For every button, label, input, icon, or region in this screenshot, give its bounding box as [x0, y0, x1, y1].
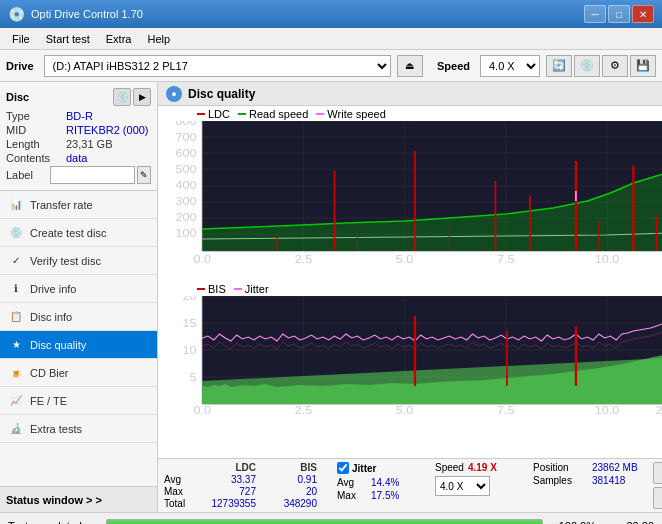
- avg-label: Avg: [164, 474, 199, 485]
- drive-info-icon: ℹ: [8, 281, 24, 297]
- legend-read-speed: Read speed: [238, 108, 308, 120]
- svg-text:10.0: 10.0: [595, 404, 620, 416]
- mid-label: MID: [6, 124, 66, 136]
- svg-text:0.0: 0.0: [193, 253, 211, 266]
- nav-verify-test-disc[interactable]: ✓ Verify test disc: [0, 247, 157, 275]
- legend-ldc: LDC: [197, 108, 230, 120]
- disc-icon-1[interactable]: 💿: [113, 88, 131, 106]
- avg-ldc: 33.37: [200, 474, 260, 485]
- speed-reading: 33.20: [604, 520, 654, 525]
- speed-select[interactable]: 4.0 X 2.0 X 8.0 X: [480, 55, 540, 77]
- nav-disc-info[interactable]: 📋 Disc info: [0, 303, 157, 331]
- legend-ldc-label: LDC: [208, 108, 230, 120]
- close-button[interactable]: ✕: [632, 5, 654, 23]
- nav-create-test-disc-label: Create test disc: [30, 227, 106, 239]
- eject-button[interactable]: ⏏: [397, 55, 423, 77]
- progress-bar: [106, 519, 543, 525]
- jitter-avg-label: Avg: [337, 477, 367, 488]
- speed-label: Speed: [437, 60, 470, 72]
- status-window-btn[interactable]: Status window > >: [0, 486, 157, 512]
- maximize-button[interactable]: □: [608, 5, 630, 23]
- titlebar: 💿 Opti Drive Control 1.70 ─ □ ✕: [0, 0, 662, 28]
- charts-area: LDC Read speed Write speed: [158, 106, 662, 458]
- disc-mid-row: MID RITEKBR2 (000): [6, 124, 151, 136]
- status-window-label: Status window > >: [6, 494, 102, 506]
- minimize-button[interactable]: ─: [584, 5, 606, 23]
- samples-value: 381418: [592, 475, 625, 486]
- nav-drive-info[interactable]: ℹ Drive info: [0, 275, 157, 303]
- svg-text:800: 800: [175, 121, 197, 128]
- max-label: Max: [164, 486, 199, 497]
- dq-title: Disc quality: [188, 87, 255, 101]
- settings-button[interactable]: ⚙: [602, 55, 628, 77]
- label-btn[interactable]: ✎: [137, 166, 151, 184]
- disc-icon-2[interactable]: ▶: [133, 88, 151, 106]
- type-value: BD-R: [66, 110, 93, 122]
- cd-bier-icon: 🍺: [8, 365, 24, 381]
- contents-value: data: [66, 152, 87, 164]
- svg-text:20: 20: [182, 296, 196, 303]
- window-controls: ─ □ ✕: [584, 5, 654, 23]
- nav-fe-te[interactable]: 📈 FE / TE: [0, 387, 157, 415]
- nav-items: 📊 Transfer rate 💿 Create test disc ✓ Ver…: [0, 191, 157, 486]
- nav-cd-bier[interactable]: 🍺 CD Bier: [0, 359, 157, 387]
- disc-icon-btn[interactable]: 💿: [574, 55, 600, 77]
- jitter-checkbox[interactable]: [337, 462, 349, 474]
- main-layout: Disc 💿 ▶ Type BD-R MID RITEKBR2 (000) Le…: [0, 82, 662, 512]
- label-input[interactable]: [50, 166, 135, 184]
- jitter-max-value: 17.5%: [371, 490, 399, 501]
- legend-write-speed: Write speed: [316, 108, 386, 120]
- disc-icons: 💿 ▶: [113, 88, 151, 106]
- menu-extra[interactable]: Extra: [98, 31, 140, 47]
- refresh-button[interactable]: 🔄: [546, 55, 572, 77]
- content-area: ● Disc quality LDC Read speed: [158, 82, 662, 512]
- nav-fe-te-label: FE / TE: [30, 395, 67, 407]
- disc-quality-header: ● Disc quality: [158, 82, 662, 106]
- menu-help[interactable]: Help: [139, 31, 178, 47]
- disc-length-row: Length 23,31 GB: [6, 138, 151, 150]
- extra-tests-icon: 🔬: [8, 421, 24, 437]
- nav-transfer-rate[interactable]: 📊 Transfer rate: [0, 191, 157, 219]
- samples-label: Samples: [533, 475, 588, 486]
- nav-cd-bier-label: CD Bier: [30, 367, 69, 379]
- transfer-rate-icon: 📊: [8, 197, 24, 213]
- legend-bis: BIS: [197, 283, 226, 295]
- ldc-chart-container: LDC Read speed Write speed: [162, 108, 662, 281]
- verify-test-disc-icon: ✓: [8, 253, 24, 269]
- menu-file[interactable]: File: [4, 31, 38, 47]
- disc-label-row: Label ✎: [6, 166, 151, 184]
- bis-chart-svg: 20 15 10 5 20% 16% 12% 8% 4% 0.0 2.5 5.0…: [162, 296, 662, 416]
- avg-bis: 0.91: [261, 474, 321, 485]
- nav-extra-tests-label: Extra tests: [30, 423, 82, 435]
- disc-quality-icon: ★: [8, 337, 24, 353]
- speed-section: Speed 4.19 X 4.0 X 2.0 X 8.0 X: [427, 462, 517, 496]
- nav-create-test-disc[interactable]: 💿 Create test disc: [0, 219, 157, 247]
- menu-start-test[interactable]: Start test: [38, 31, 98, 47]
- start-part-button[interactable]: Start part: [653, 487, 662, 509]
- nav-disc-quality[interactable]: ★ Disc quality: [0, 331, 157, 359]
- total-label: Total: [164, 498, 199, 509]
- legend-read-speed-label: Read speed: [249, 108, 308, 120]
- svg-text:300: 300: [175, 195, 197, 208]
- length-value: 23,31 GB: [66, 138, 112, 150]
- nav-drive-info-label: Drive info: [30, 283, 76, 295]
- save-button[interactable]: 💾: [630, 55, 656, 77]
- status-text: Test completed: [8, 520, 98, 525]
- position-samples: Position 23862 MB Samples 381418: [525, 462, 645, 486]
- drive-select[interactable]: (D:) ATAPI iHBS312 2 PL17: [44, 55, 391, 77]
- jitter-label: Jitter: [352, 463, 376, 474]
- stats-speed-select[interactable]: 4.0 X 2.0 X 8.0 X: [435, 476, 490, 496]
- disc-type-row: Type BD-R: [6, 110, 151, 122]
- menubar: File Start test Extra Help: [0, 28, 662, 50]
- svg-text:2.5: 2.5: [295, 404, 313, 416]
- disc-info-icon: 📋: [8, 309, 24, 325]
- start-full-button[interactable]: Start full: [653, 462, 662, 484]
- fe-te-icon: 📈: [8, 393, 24, 409]
- speed-label: Speed: [435, 462, 464, 473]
- nav-transfer-rate-label: Transfer rate: [30, 199, 93, 211]
- svg-text:0.0: 0.0: [193, 404, 211, 416]
- disc-contents-row: Contents data: [6, 152, 151, 164]
- svg-text:100: 100: [175, 227, 197, 240]
- ldc-bis-stats: LDC BIS Avg 33.37 0.91 Max 727 20 Total …: [164, 462, 321, 509]
- nav-extra-tests[interactable]: 🔬 Extra tests: [0, 415, 157, 443]
